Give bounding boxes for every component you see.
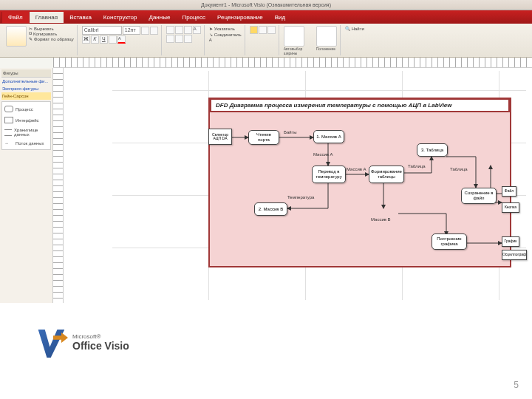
dfd-diagram[interactable]: DFD Диаграмма процесса измерения темпера… bbox=[208, 98, 511, 267]
slide-footer: Microsoft® Office Visio 5 bbox=[0, 303, 532, 399]
ribbon-editing: 🔍 Найти bbox=[342, 25, 367, 55]
tab-process[interactable]: Процесс bbox=[176, 12, 211, 23]
proc-formtable[interactable]: Формирование таблицы bbox=[369, 166, 404, 183]
category-gane-sarson[interactable]: Гейн-Сарсон bbox=[1, 92, 51, 100]
find-button[interactable]: 🔍 Найти bbox=[345, 26, 364, 31]
connector-label: Соединитель bbox=[214, 33, 242, 37]
visio-logo-text: Microsoft® Office Visio bbox=[72, 334, 129, 352]
more-shapes-link[interactable]: Дополнительные фи... bbox=[1, 78, 51, 85]
align-right-icon[interactable] bbox=[184, 26, 192, 34]
outdent-icon[interactable] bbox=[184, 35, 192, 43]
ribbon-tabs: Файл Главная Вставка Конструктор Данные … bbox=[0, 10, 532, 24]
proc-graph[interactable]: Построение графика bbox=[432, 233, 467, 250]
ribbon-arrange: Автовыбор ширины Положение bbox=[281, 25, 341, 55]
bullets-icon[interactable] bbox=[166, 35, 174, 43]
copy-button[interactable]: ⧉ Копировать bbox=[29, 31, 74, 36]
bold-icon[interactable]: Ж bbox=[82, 35, 90, 44]
ribbon-paragraph: A bbox=[163, 25, 205, 55]
tab-home[interactable]: Главная bbox=[30, 12, 64, 23]
proc-arrA[interactable]: 1. Массив А bbox=[313, 130, 344, 143]
cut-button[interactable]: ✂ Вырезать bbox=[29, 26, 74, 31]
ruler-horizontal bbox=[53, 58, 532, 68]
italic-icon[interactable]: К bbox=[91, 35, 99, 44]
shapes-panel-title: Фигуры bbox=[1, 69, 51, 78]
shrink-font-icon[interactable] bbox=[150, 27, 158, 35]
align-center-icon[interactable] bbox=[175, 26, 183, 34]
tab-data[interactable]: Данные bbox=[143, 12, 176, 23]
strike-icon[interactable] bbox=[109, 35, 117, 44]
shape-process[interactable]: Процесс bbox=[4, 103, 49, 115]
visio-logo: Microsoft® Office Visio bbox=[30, 325, 129, 361]
cut-label: Вырезать bbox=[34, 27, 54, 31]
slide-number: 5 bbox=[514, 380, 519, 390]
underline-icon[interactable]: Ч bbox=[100, 35, 108, 44]
flow-table: Таблица bbox=[408, 164, 426, 168]
logo-name: Office Visio bbox=[72, 340, 129, 352]
flow-table2: Таблица bbox=[450, 167, 468, 171]
tab-design[interactable]: Конструктор bbox=[98, 12, 143, 23]
pointer-label: Указатель bbox=[214, 27, 235, 31]
ribbon: ✂ Вырезать ⧉ Копировать ✎ Формат по обра… bbox=[0, 24, 532, 58]
text-tool[interactable]: A bbox=[209, 38, 242, 42]
tab-insert[interactable]: Вставка bbox=[64, 12, 98, 23]
flow-temp: Температура bbox=[287, 195, 314, 200]
ribbon-font: Calibri 12пт Ж К Ч A bbox=[79, 25, 162, 55]
ext-osc[interactable]: Осциллограф bbox=[502, 250, 527, 260]
position-icon[interactable] bbox=[316, 26, 337, 47]
grow-font-icon[interactable] bbox=[141, 27, 149, 35]
position-label: Положение bbox=[316, 47, 337, 51]
flow-arrA: Массив А bbox=[313, 152, 333, 157]
ribbon-shapes bbox=[247, 25, 279, 55]
page: DFD Диаграмма процесса измерения темпера… bbox=[112, 71, 526, 300]
formatp-label: Формат по образцу bbox=[34, 37, 74, 41]
line-icon[interactable] bbox=[259, 26, 267, 34]
shapes-panel: Фигуры Дополнительные фи... Экспресс-фиг… bbox=[0, 68, 53, 304]
autofit-label: Автовыбор ширины bbox=[284, 47, 313, 55]
find-label: Найти bbox=[352, 27, 364, 31]
window-titlebar: Документ1 - Microsoft Visio (Ознакомител… bbox=[0, 0, 532, 10]
shape-label: Хранилище данных bbox=[14, 128, 48, 137]
tab-file[interactable]: Файл bbox=[1, 12, 30, 23]
ext-adc[interactable]: Селектор АЦП DA bbox=[208, 129, 232, 145]
shape-label: Процесс bbox=[16, 107, 33, 112]
quick-shapes-link[interactable]: Экспресс-фигуры bbox=[1, 85, 51, 92]
align-left-icon[interactable] bbox=[166, 26, 174, 34]
ext-graph[interactable]: График bbox=[502, 236, 519, 247]
shape-label: Интерфейс bbox=[16, 118, 39, 123]
shape-datastore[interactable]: Хранилище данных bbox=[4, 126, 49, 139]
autofit-icon[interactable] bbox=[284, 26, 304, 47]
shape-dataflow[interactable]: →Поток данных bbox=[4, 139, 49, 148]
proc-save[interactable]: Сохранение в файл bbox=[461, 188, 497, 204]
fontcolor-icon[interactable]: A bbox=[117, 35, 126, 44]
logo-ms: Microsoft® bbox=[72, 333, 100, 340]
connector-tool[interactable]: ↘ Соединитель bbox=[209, 32, 242, 37]
ribbon-clipboard: ✂ Вырезать ⧉ Копировать ✎ Формат по обра… bbox=[3, 25, 78, 55]
proc-arrB[interactable]: 2. Массив B bbox=[254, 202, 287, 216]
proc-table[interactable]: 3. Таблица bbox=[417, 143, 448, 157]
effects-icon[interactable] bbox=[267, 26, 276, 34]
fontsize-select[interactable]: 12пт bbox=[123, 26, 140, 35]
drawing-canvas[interactable]: DFD Диаграмма процесса измерения темпера… bbox=[53, 68, 532, 304]
pointer-tool[interactable]: ➤ Указатель bbox=[209, 26, 242, 31]
format-painter-button[interactable]: ✎ Формат по образцу bbox=[29, 36, 74, 41]
ribbon-tools: ➤ Указатель ↘ Соединитель A bbox=[206, 25, 245, 55]
proc-read[interactable]: Чтение порта bbox=[248, 130, 279, 145]
shape-interface[interactable]: Интерфейс bbox=[4, 115, 49, 126]
visio-logo-icon bbox=[30, 325, 68, 361]
fill-icon[interactable] bbox=[250, 26, 258, 34]
flow-arrB: Массив B bbox=[371, 217, 391, 222]
ext-file[interactable]: Файл bbox=[502, 186, 516, 197]
copy-label: Копировать bbox=[33, 32, 57, 36]
flow-bytes: Байты bbox=[284, 130, 297, 134]
font-select[interactable]: Calibri bbox=[82, 26, 122, 35]
paste-icon[interactable] bbox=[6, 26, 27, 47]
indent-icon[interactable] bbox=[175, 35, 183, 43]
tab-review[interactable]: Рецензирование bbox=[211, 12, 269, 23]
proc-temp[interactable]: Перевод в температуру bbox=[312, 166, 346, 183]
align-icon[interactable]: A bbox=[193, 26, 201, 34]
ext-button[interactable]: Кнопка bbox=[502, 202, 519, 213]
tab-view[interactable]: Вид bbox=[269, 12, 291, 23]
dfd-title: DFD Диаграмма процесса измерения темпера… bbox=[210, 98, 510, 112]
flow-arrA2: Массив А bbox=[347, 167, 366, 171]
ruler-vertical bbox=[53, 68, 64, 304]
